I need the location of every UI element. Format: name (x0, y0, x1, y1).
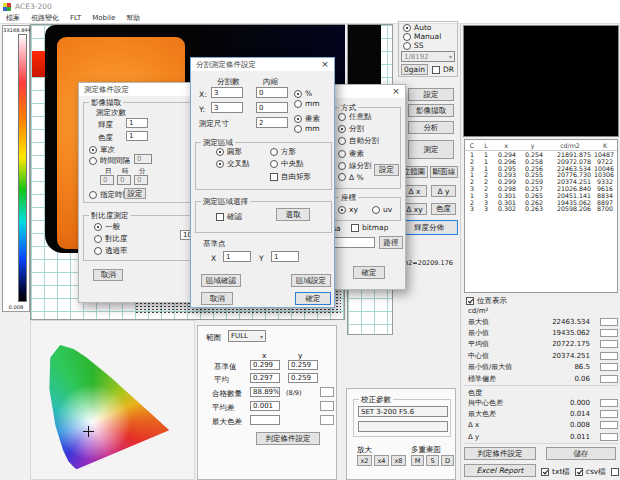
method-option-radio[interactable]: 任意點 (338, 112, 379, 122)
radio-xy[interactable]: xy (338, 205, 358, 214)
area-confirm-button[interactable]: 區域確認 (201, 274, 241, 287)
menu-item[interactable]: Mobile (92, 14, 115, 22)
radio-square[interactable]: 方形 (270, 147, 296, 157)
x-inset-field[interactable]: 0 (256, 87, 288, 98)
menu-item[interactable]: 幫助 (126, 13, 140, 23)
file-type-checkbox[interactable]: txt檔 (541, 467, 570, 477)
path-button[interactable]: 路徑 (379, 236, 403, 249)
radio-ss[interactable]: SS (403, 41, 424, 50)
table-row[interactable]: 21 0.2960.258 20972.0789722 (465, 158, 617, 165)
radio-manual[interactable]: Manual (403, 32, 441, 41)
y-inset-field[interactable]: 0 (256, 102, 288, 113)
file-type-checkbox[interactable]: csv檔 (575, 467, 606, 477)
zoom-button[interactable]: x8 (391, 455, 406, 466)
radio-uv[interactable]: uv (372, 205, 392, 214)
ref-x-field[interactable]: 0.299 (250, 360, 280, 370)
x-division-field[interactable]: 3 (211, 87, 243, 98)
method-option-radio[interactable]: 分割 (338, 124, 379, 134)
avg-x-field[interactable]: 0.297 (250, 373, 280, 383)
ok-button[interactable]: 確定 (353, 266, 385, 279)
bitmap-checkbox[interactable]: bitmap (351, 223, 388, 232)
delta-y-button[interactable]: Δ y (431, 185, 456, 197)
table-row[interactable]: 33 0.3020.263 20598.2068700 (465, 205, 617, 212)
judge-condition-button[interactable]: 判定條件設定 (464, 447, 536, 460)
radio-center-point[interactable]: 中央點 (270, 159, 304, 169)
luminance-distribution-button[interactable]: 輝度分佈 (400, 220, 458, 235)
free-rect-checkbox[interactable]: 自由矩形 (270, 172, 311, 182)
radio-general[interactable]: 一般 (94, 222, 120, 232)
ref-y-field[interactable]: 0.259 (288, 360, 318, 370)
method-option-radio[interactable]: 畫素 (338, 149, 379, 159)
table-row[interactable]: 23 0.3010.262 19435.0628897 (465, 199, 617, 206)
capture-button[interactable]: 影像擷取 (408, 104, 454, 117)
radio-auto[interactable]: Auto (403, 23, 431, 32)
avg-y-field[interactable]: 0.259 (288, 373, 318, 383)
method-set-button[interactable]: 設定 (374, 164, 399, 176)
radio-interval[interactable]: 時間間隔 (89, 156, 130, 166)
dialog-title-bar[interactable]: 測定條件設定 (79, 83, 205, 96)
stat-limit-button[interactable] (600, 421, 618, 429)
cie-diagram-panel[interactable] (30, 320, 195, 480)
radio-contrast[interactable]: 對比度 (94, 234, 128, 244)
method-option-radio[interactable]: 線分割 (338, 161, 379, 171)
save-button[interactable]: 儲存 (546, 447, 616, 460)
position-display-checkbox[interactable]: 位置表示 (466, 296, 507, 306)
cancel-button[interactable]: 取消 (93, 269, 123, 281)
ok-button[interactable]: 確定 (295, 292, 331, 305)
zero-gain-button[interactable]: 0gain (401, 64, 428, 75)
radio-mm-2[interactable]: mm (294, 124, 320, 133)
radio-transmittance[interactable]: 透過率 (94, 246, 128, 256)
radio-cross-point[interactable]: 交叉點 (216, 159, 250, 169)
table-row[interactable]: 12 0.2930.255 20776.73010306 (465, 171, 617, 178)
dialog-title-bar[interactable]: 分割測定條件設定 × (191, 58, 334, 71)
dr-checkbox[interactable]: DR (432, 65, 454, 74)
radio-percent[interactable]: % (294, 89, 312, 98)
multi-screen-button[interactable]: D (441, 455, 454, 466)
stat-limit-button[interactable] (600, 352, 618, 360)
method-option-radio[interactable]: 自動分割 (338, 136, 379, 146)
menu-item[interactable]: FLT (70, 14, 81, 22)
table-row[interactable]: 31 0.2950.256 22463.53410046 (465, 165, 617, 172)
max-diff-limit-box[interactable] (320, 415, 334, 425)
cancel-button[interactable]: 取消 (201, 292, 233, 305)
measurement-table[interactable]: CLxycd/m2K 11 0.2940.254 21891.87510487 … (464, 139, 618, 293)
close-icon[interactable]: × (318, 59, 332, 70)
size-field[interactable]: 2 (256, 117, 288, 128)
base-x-field[interactable]: 1 (223, 251, 251, 262)
table-row[interactable]: 32 0.2980.257 21026.8409616 (465, 185, 617, 192)
method-option-radio[interactable]: Δ % (338, 173, 379, 182)
result-image-thumbnail[interactable] (463, 25, 619, 137)
time-set-button[interactable]: 設定 (124, 188, 146, 199)
chroma-count-field[interactable]: 1 (126, 131, 148, 141)
multi-screen-button[interactable]: M (411, 455, 424, 466)
judge-condition-button-2[interactable]: 判定條件設定 (256, 432, 320, 445)
section-button[interactable]: 斷面線 (430, 166, 458, 178)
calib-value-field[interactable]: SET 3-200 F5.6 (358, 406, 448, 417)
analyze-button[interactable]: 分析 (408, 121, 454, 134)
table-row[interactable]: 13 0.3010.265 20451.1418834 (465, 192, 617, 199)
shutter-select[interactable]: 1/8192 ▾ (401, 51, 455, 62)
confirm-checkbox[interactable]: 確認 (216, 212, 242, 222)
stat-limit-button[interactable] (600, 433, 618, 441)
chroma-button[interactable]: 色度 (431, 203, 456, 215)
zoom-button[interactable]: x2 (357, 455, 372, 466)
multi-screen-button[interactable]: S (426, 455, 439, 466)
stat-limit-button[interactable] (600, 329, 618, 337)
stat-limit-button[interactable] (600, 375, 618, 383)
stat-limit-button[interactable] (600, 410, 618, 418)
calib-value-field-2[interactable] (358, 421, 448, 432)
stat-limit-button[interactable] (600, 399, 618, 407)
table-row[interactable]: 11 0.2940.254 21891.87510487 (465, 151, 617, 158)
file-type-checkbox[interactable]: 影像檔 (611, 467, 620, 477)
zoom-button[interactable]: x4 (374, 455, 389, 466)
radio-pixel[interactable]: 畫素 (294, 114, 320, 124)
menu-item[interactable]: 檔案 (6, 13, 20, 23)
base-y-field[interactable]: 1 (271, 251, 299, 262)
pick-button[interactable]: 選取 (276, 208, 310, 221)
settings-button[interactable]: 設定 (408, 88, 454, 101)
area-set-button[interactable]: 區域設定 (291, 274, 331, 287)
radio-single[interactable]: 單次 (89, 145, 115, 155)
stat-limit-button[interactable] (600, 318, 618, 326)
lum-count-field[interactable]: 1 (126, 118, 148, 128)
excel-report-button[interactable]: Excel Report (464, 464, 536, 477)
